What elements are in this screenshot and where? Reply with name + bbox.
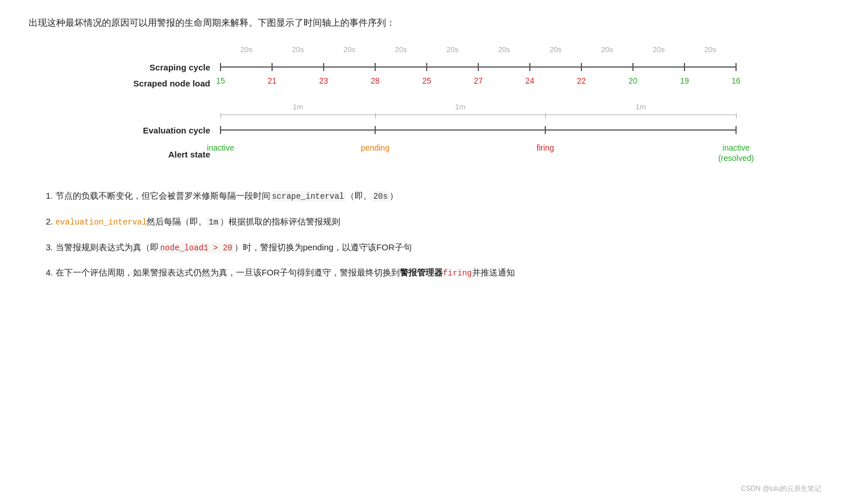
list-item-1: 1. 节点的负载不断变化，但它会被普罗米修斯每隔一段时间scrape_inter… (46, 188, 813, 204)
interval-label-1: 20s (292, 45, 304, 54)
interval-label-9: 20s (705, 45, 717, 54)
scraping-cycle-label: Scraping cycle (106, 62, 221, 72)
alert-state-inactive: inactive (207, 143, 234, 153)
list-text-2a: 然后每隔（即。 (147, 216, 207, 226)
numbered-list: 1. 节点的负载不断变化，但它会被普罗米修斯每隔一段时间scrape_inter… (29, 188, 813, 281)
scraping-timeline (221, 59, 736, 75)
alert-state-pending: pending (361, 143, 389, 153)
intro-text: 出现这种最坏情况的原因可以用警报的生命周期来解释。下图显示了时间轴上的事件序列： (29, 17, 813, 29)
list-text-4a: 在下一个评估周期，如果警报表达式仍然为真，一旦该FOR子句得到遵守，警报最终切换… (56, 267, 400, 277)
code-node-load: node_load1 > 20 (159, 243, 234, 253)
eval-intervals-row: 1m 1m 1m (221, 103, 736, 120)
watermark: CSDN @lulu的云原生笔记 (741, 484, 821, 494)
list-num-3: 3. (46, 242, 56, 252)
scraping-cycle-row: Scraping cycle (106, 59, 736, 75)
list-item-4: 4. 在下一个评估周期，如果警报表达式仍然为真，一旦该FOR子句得到遵守，警报最… (46, 265, 813, 281)
node-load-row: Scraped node load 15 21 23 28 25 27 24 2… (106, 76, 736, 90)
diagram: 20s 20s 20s 20s 20s 20s 20s 20s 20s 20s … (106, 45, 736, 168)
list-text-3a: 当警报规则表达式为真（即 (56, 242, 159, 252)
eval-interval-1m-2: 1m (455, 103, 465, 111)
load-2: 23 (319, 76, 328, 85)
scraped-node-load-label: Scraped node load (106, 78, 221, 88)
list-text-3b: ）时，警报切换为 (234, 242, 303, 252)
evaluation-cycle-row: Evaluation cycle (106, 122, 736, 138)
list-text-1c: ） (389, 191, 398, 200)
list-text-1b: （即。 (346, 191, 372, 200)
alert-state-row: Alert state inactive pending firing inac… (106, 140, 736, 168)
code-eval-interval: evaluation_interval (56, 218, 147, 227)
list-text-1a: 节点的负载不断变化，但它会被普罗米修斯每隔一段时间 (56, 191, 270, 200)
code-1m: 1m (207, 217, 220, 227)
load-3: 28 (371, 76, 380, 85)
list-num-2: 2. (46, 216, 56, 226)
interval-label-4: 20s (447, 45, 459, 54)
interval-label-2: 20s (344, 45, 356, 54)
alert-state-label: Alert state (106, 149, 221, 159)
interval-labels-row: 20s 20s 20s 20s 20s 20s 20s 20s 20s 20s (221, 45, 736, 57)
code-scrape-interval: scrape_interval (270, 191, 346, 202)
load-8: 20 (628, 76, 638, 85)
eval-interval-1m-3: 1m (635, 103, 646, 111)
alert-state-firing: firing (537, 143, 554, 153)
interval-label-0: 20s (241, 45, 253, 54)
load-1: 21 (267, 76, 277, 85)
load-4: 25 (422, 76, 431, 85)
list-text-4b: 并推送通知 (472, 267, 515, 277)
interval-label-5: 20s (498, 45, 510, 54)
load-5: 27 (474, 76, 483, 85)
eval-interval-1m-1: 1m (293, 103, 303, 111)
list-item-2: 2. evaluation_interval然后每隔（即。1m）根据抓取的指标评… (46, 214, 813, 230)
list-text-2b: ）根据抓取的指标评估警报规则 (220, 216, 340, 226)
text-pending: pending (303, 242, 333, 252)
code-firing: firing (443, 269, 471, 278)
list-num-4: 4. (46, 267, 56, 277)
load-7: 22 (577, 76, 586, 85)
load-9: 19 (680, 76, 689, 85)
list-item-3: 3. 当警报规则表达式为真（即node_load1 > 20）时，警报切换为pe… (46, 240, 813, 255)
interval-label-3: 20s (395, 45, 407, 54)
interval-label-6: 20s (550, 45, 562, 54)
load-0: 15 (216, 76, 225, 85)
list-text-3c: ，以遵守该FOR子句 (333, 242, 412, 252)
load-10: 16 (731, 76, 741, 85)
text-alert-manager: 警报管理器 (400, 267, 443, 277)
load-6: 24 (525, 76, 534, 85)
interval-label-7: 20s (601, 45, 613, 54)
evaluation-cycle-label: Evaluation cycle (106, 125, 221, 135)
alert-state-inactive-resolved: inactive(resolved) (718, 143, 754, 163)
interval-label-8: 20s (653, 45, 665, 54)
list-num-1: 1. (46, 191, 56, 200)
code-20s: 20s (372, 191, 389, 202)
